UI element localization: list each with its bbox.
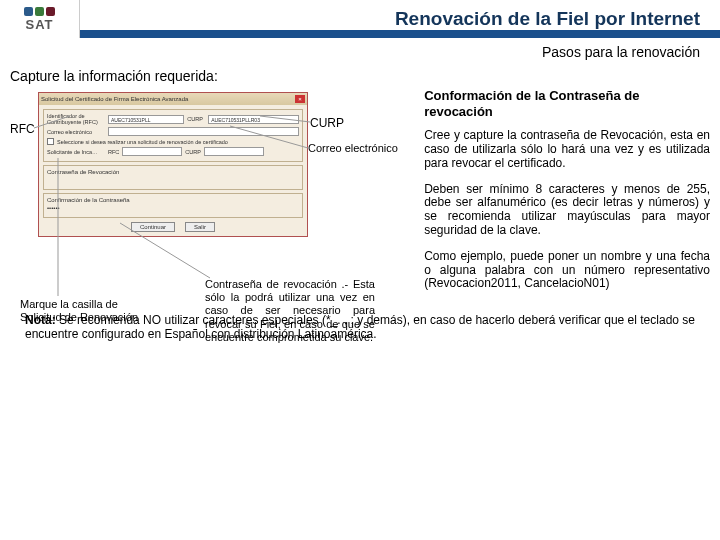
email-label: Correo electrónico <box>47 129 105 135</box>
window-title: Solicitud del Certificado de Firma Elect… <box>41 96 188 102</box>
app-window-titlebar: Solicitud del Certificado de Firma Elect… <box>39 93 307 105</box>
curp-input[interactable]: AUEC710531PLLR03 <box>208 115 299 124</box>
subtitle: Pasos para la renovación <box>0 38 720 64</box>
curp-input2[interactable] <box>204 147 264 156</box>
callout-rfc: RFC <box>10 122 35 136</box>
app-window: Solicitud del Certificado de Firma Elect… <box>38 92 308 237</box>
header: SAT Renovación de la Fiel por Internet <box>0 0 720 38</box>
right-head: Conformación de la Contraseña de revocac… <box>424 88 710 119</box>
renov-checkbox[interactable] <box>47 138 54 145</box>
callout-marque: Marque la casilla de Solicitud de Renova… <box>20 298 140 324</box>
revocation-password-input[interactable] <box>47 177 299 186</box>
logo-text: SAT <box>25 17 53 32</box>
rfc-label: Identificador de Contribuyente (RFC) <box>47 113 105 125</box>
right-p1: Cree y capture la contraseña de Revocaci… <box>424 129 710 170</box>
section-head: Capture la información requerida: <box>10 68 410 84</box>
renov-checkbox-label: Seleccione si desea realizar una solicit… <box>57 139 228 145</box>
left-column: Capture la información requerida: Solici… <box>10 68 410 303</box>
fs3-title: Confirmación de la Contraseña <box>47 197 130 203</box>
callout-correo: Correo electrónico <box>308 142 398 154</box>
right-p3: Como ejemplo, puede poner un nombre y un… <box>424 250 710 291</box>
rfc-input2[interactable] <box>122 147 182 156</box>
confirm-password-input[interactable]: •••••• <box>47 205 198 214</box>
fs2-title: Contraseña de Revocación <box>47 169 119 175</box>
callout-revoc: Contraseña de revocación .- Esta sólo la… <box>205 278 375 344</box>
continue-button[interactable]: Continuar <box>131 222 175 232</box>
exit-button[interactable]: Salir <box>185 222 215 232</box>
solicitante-label: Solicitante de Inca… <box>47 149 105 155</box>
curp-label: CURP <box>187 116 205 122</box>
right-p2: Deben ser mínimo 8 caracteres y menos de… <box>424 183 710 238</box>
sat-logo: SAT <box>0 0 80 38</box>
page-title: Renovación de la Fiel por Internet <box>395 8 700 30</box>
email-input[interactable] <box>108 127 299 136</box>
rfc-input[interactable]: AUEC710531PLL <box>108 115 184 124</box>
rfc-label2: RFC <box>108 149 119 155</box>
close-icon[interactable]: × <box>295 95 305 103</box>
callout-curp: CURP <box>310 116 344 130</box>
right-column: Conformación de la Contraseña de revocac… <box>420 68 710 303</box>
curp-label2: CURP <box>185 149 201 155</box>
